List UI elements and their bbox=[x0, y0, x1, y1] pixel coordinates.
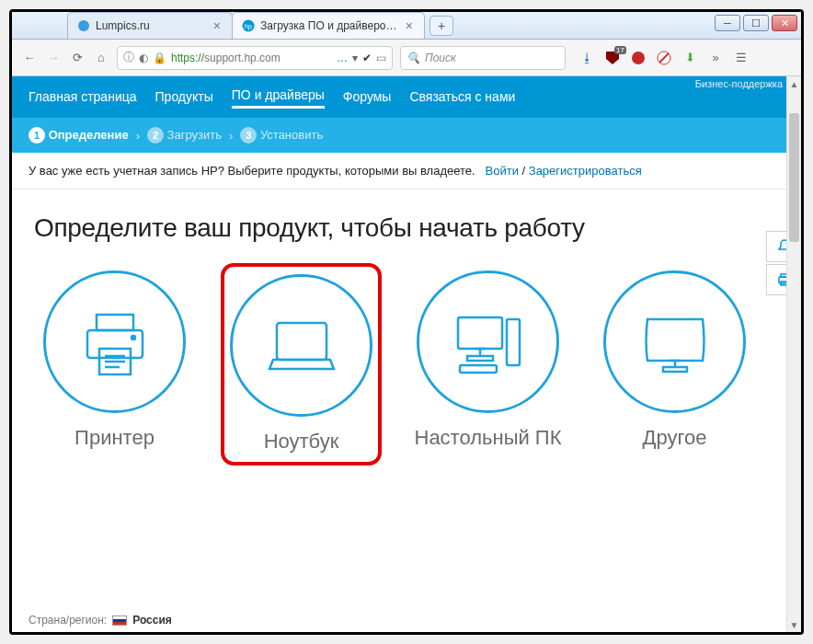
chevron-right-icon: › bbox=[229, 129, 233, 143]
nav-home[interactable]: Главная страница bbox=[29, 89, 137, 108]
product-desktop[interactable]: Настольный ПК bbox=[407, 270, 568, 466]
shield-check-icon[interactable]: ✔ bbox=[362, 52, 372, 64]
product-other[interactable]: Другое bbox=[594, 270, 755, 466]
reader-dropdown-icon[interactable]: ▾ bbox=[352, 52, 358, 64]
close-window-button[interactable]: ✕ bbox=[772, 15, 797, 31]
nav-business[interactable]: Бизнес-поддержка bbox=[695, 78, 783, 89]
product-label: Настольный ПК bbox=[415, 426, 562, 449]
site-info-icon[interactable]: ⓘ bbox=[123, 50, 134, 65]
step-identify[interactable]: 1 Определение bbox=[29, 127, 129, 144]
noscript-icon[interactable] bbox=[656, 50, 672, 66]
lock-icon: 🔒 bbox=[153, 52, 166, 64]
product-grid: Принтер Ноутбук bbox=[34, 270, 779, 466]
svg-rect-10 bbox=[97, 315, 133, 330]
svg-rect-25 bbox=[663, 367, 687, 372]
login-prompt-text: У вас уже есть учетная запись HP? Выбери… bbox=[29, 164, 475, 178]
scroll-thumb[interactable] bbox=[789, 113, 799, 242]
search-placeholder: Поиск bbox=[425, 52, 456, 64]
extensions: ⭳ 17 ⬇ » ☰ bbox=[578, 50, 750, 66]
nav-forums[interactable]: Форумы bbox=[343, 89, 392, 108]
flag-russia-icon bbox=[112, 615, 127, 626]
tab-lumpics[interactable]: Lumpics.ru × bbox=[67, 12, 233, 39]
svg-rect-17 bbox=[458, 317, 502, 349]
login-prompt-bar: У вас уже есть учетная запись HP? Выбери… bbox=[12, 153, 801, 190]
chevron-right-icon: › bbox=[136, 129, 140, 143]
hp-steps-bar: 1 Определение › 2 Загрузить › 3 Установи… bbox=[12, 118, 801, 153]
monitor-icon bbox=[603, 270, 746, 413]
browser-toolbar: ← → ⟳ ⌂ ⓘ ◐ 🔒 https://support.hp.com … ▾… bbox=[12, 40, 801, 76]
laptop-icon bbox=[230, 274, 372, 417]
window-controls: ─ ☐ ✕ bbox=[715, 15, 797, 31]
ext-red-icon[interactable] bbox=[630, 50, 647, 66]
svg-rect-21 bbox=[507, 319, 520, 365]
url-text: https://support.hp.com bbox=[171, 52, 332, 64]
home-button[interactable]: ⌂ bbox=[93, 50, 109, 66]
nav-products[interactable]: Продукты bbox=[155, 89, 213, 108]
favicon-hp: hp bbox=[242, 19, 255, 32]
tab-label: Загрузка ПО и драйверов HP bbox=[260, 19, 398, 32]
vertical-scrollbar[interactable]: ▲ ▼ bbox=[786, 76, 801, 632]
main-area: Определите ваш продукт, чтобы начать раб… bbox=[12, 190, 801, 466]
printer-icon bbox=[43, 270, 186, 413]
ublock-badge: 17 bbox=[614, 46, 626, 54]
nav-software-drivers[interactable]: ПО и драйверы bbox=[232, 87, 325, 109]
hp-main-nav: Главная страница Продукты ПО и драйверы … bbox=[12, 76, 801, 118]
tab-label: Lumpics.ru bbox=[96, 19, 206, 32]
ublock-icon[interactable]: 17 bbox=[604, 50, 621, 66]
step-install[interactable]: 3 Установить bbox=[240, 127, 323, 144]
product-laptop[interactable]: Ноутбук bbox=[221, 263, 382, 466]
signin-link[interactable]: Войти bbox=[486, 164, 519, 178]
page-headline: Определите ваш продукт, чтобы начать раб… bbox=[34, 213, 779, 243]
register-link[interactable]: Зарегистрироваться bbox=[529, 164, 642, 178]
product-label: Принтер bbox=[74, 426, 155, 449]
favicon-lumpics bbox=[77, 19, 90, 32]
browser-window: Lumpics.ru × hp Загрузка ПО и драйверов … bbox=[9, 9, 804, 635]
svg-point-15 bbox=[132, 336, 135, 339]
hamburger-menu-button[interactable]: ☰ bbox=[733, 50, 750, 66]
step-download[interactable]: 2 Загрузить bbox=[147, 127, 222, 144]
titlebar: Lumpics.ru × hp Загрузка ПО и драйверов … bbox=[12, 12, 801, 40]
search-box[interactable]: 🔍 Поиск bbox=[400, 46, 566, 70]
svg-rect-22 bbox=[460, 365, 497, 373]
scroll-down-icon[interactable]: ▼ bbox=[787, 617, 801, 632]
url-bar[interactable]: ⓘ ◐ 🔒 https://support.hp.com … ▾ ✔ ▭ bbox=[117, 46, 393, 70]
download-button[interactable]: ⭳ bbox=[578, 50, 595, 66]
svg-rect-16 bbox=[277, 323, 326, 360]
ext-green-icon[interactable]: ⬇ bbox=[681, 50, 698, 66]
svg-point-3 bbox=[632, 52, 645, 64]
back-button[interactable]: ← bbox=[21, 50, 38, 66]
scroll-up-icon[interactable]: ▲ bbox=[787, 76, 801, 91]
svg-rect-9 bbox=[87, 330, 143, 358]
page-content: Главная страница Продукты ПО и драйверы … bbox=[12, 76, 801, 632]
tab-hp[interactable]: hp Загрузка ПО и драйверов HP × bbox=[232, 12, 425, 39]
region-label: Страна/регион: bbox=[29, 614, 107, 627]
product-printer[interactable]: Принтер bbox=[34, 270, 195, 466]
tracking-shield-icon[interactable]: ◐ bbox=[139, 52, 148, 64]
region-name: Россия bbox=[132, 614, 172, 627]
reload-button[interactable]: ⟳ bbox=[69, 50, 86, 66]
product-label: Другое bbox=[643, 426, 707, 449]
desktop-icon bbox=[417, 270, 559, 413]
forward-button[interactable]: → bbox=[45, 50, 62, 66]
svg-rect-20 bbox=[467, 356, 493, 361]
svg-point-0 bbox=[78, 20, 89, 31]
url-ellipsis: … bbox=[337, 52, 348, 64]
svg-text:hp: hp bbox=[245, 23, 252, 30]
new-tab-button[interactable]: + bbox=[429, 16, 453, 36]
maximize-button[interactable]: ☐ bbox=[743, 15, 769, 31]
product-label: Ноутбук bbox=[264, 430, 339, 453]
nav-contact[interactable]: Связаться с нами bbox=[409, 89, 515, 108]
minimize-button[interactable]: ─ bbox=[715, 15, 740, 31]
search-icon: 🔍 bbox=[406, 52, 420, 64]
overflow-menu-button[interactable]: » bbox=[707, 50, 724, 66]
tab-close-icon[interactable]: × bbox=[404, 18, 415, 33]
page-action-icon[interactable]: ▭ bbox=[376, 52, 386, 64]
tab-close-icon[interactable]: × bbox=[212, 18, 223, 33]
region-selector[interactable]: Страна/регион: Россия bbox=[12, 608, 189, 632]
sep: / bbox=[522, 164, 529, 178]
